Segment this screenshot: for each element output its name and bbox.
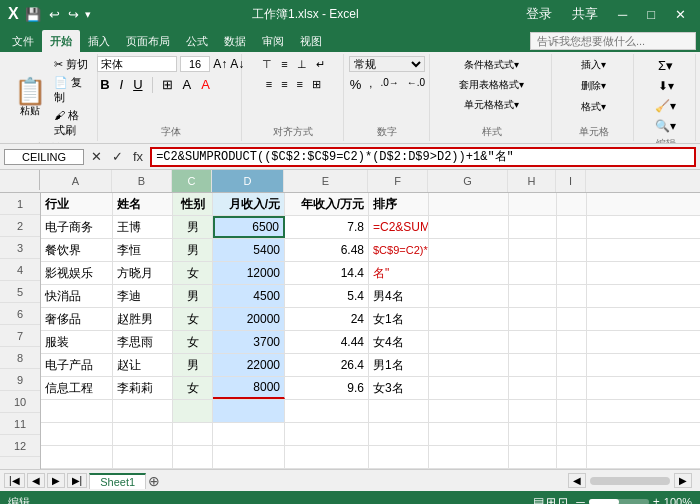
cell-c11[interactable] (173, 423, 213, 445)
cell-i4[interactable] (557, 262, 587, 284)
name-box[interactable] (4, 149, 84, 165)
cell-c6[interactable]: 女 (173, 308, 213, 330)
tab-pagelayout[interactable]: 页面布局 (118, 30, 178, 52)
sheet-nav-next[interactable]: ▶ (47, 473, 65, 488)
align-bottom-button[interactable]: ⊥ (294, 56, 310, 73)
cell-g10[interactable] (429, 400, 509, 422)
login-button[interactable]: 登录 (520, 3, 558, 25)
cell-h5[interactable] (509, 285, 557, 307)
cell-h7[interactable] (509, 331, 557, 353)
cell-b2[interactable]: 王博 (113, 216, 173, 238)
increase-decimal-button[interactable]: .0→ (377, 75, 401, 94)
cell-f12[interactable] (369, 446, 429, 468)
cell-a10[interactable] (41, 400, 113, 422)
cell-e8[interactable]: 26.4 (285, 354, 369, 376)
sheet-nav-first[interactable]: |◀ (4, 473, 25, 488)
cell-e2[interactable]: 7.8 (285, 216, 369, 238)
row-num-6[interactable]: 6 (0, 303, 40, 325)
cell-h10[interactable] (509, 400, 557, 422)
cell-f4[interactable]: 名" (369, 262, 429, 284)
paste-button[interactable]: 📋 粘贴 (10, 76, 50, 120)
cell-b3[interactable]: 李恒 (113, 239, 173, 261)
underline-button[interactable]: U (130, 75, 145, 94)
cancel-formula-icon[interactable]: ✕ (88, 148, 105, 165)
tab-review[interactable]: 审阅 (254, 30, 292, 52)
col-header-i[interactable]: I (556, 170, 586, 192)
find-button[interactable]: 🔍▾ (652, 117, 679, 135)
fill-color-button[interactable]: A (180, 75, 195, 94)
cell-b11[interactable] (113, 423, 173, 445)
cell-h4[interactable] (509, 262, 557, 284)
font-family-input[interactable] (97, 56, 177, 72)
clear-button[interactable]: 🧹▾ (652, 97, 679, 115)
row-num-4[interactable]: 4 (0, 259, 40, 281)
cell-b6[interactable]: 赵胜男 (113, 308, 173, 330)
cell-h3[interactable] (509, 239, 557, 261)
cell-d4[interactable]: 12000 (213, 262, 285, 284)
cell-d9[interactable]: 8000 (213, 377, 285, 399)
cell-c1[interactable]: 性别 (173, 193, 213, 215)
row-num-5[interactable]: 5 (0, 281, 40, 303)
cell-f6[interactable]: 女1名 (369, 308, 429, 330)
cell-a7[interactable]: 服装 (41, 331, 113, 353)
maximize-button[interactable]: □ (641, 5, 661, 24)
col-header-a[interactable]: A (40, 170, 112, 192)
add-sheet-button[interactable]: ⊕ (148, 473, 160, 489)
cell-g8[interactable] (429, 354, 509, 376)
tab-home[interactable]: 开始 (42, 30, 80, 52)
cell-a8[interactable]: 电子产品 (41, 354, 113, 376)
cell-i9[interactable] (557, 377, 587, 399)
cell-e1[interactable]: 年收入/万元 (285, 193, 369, 215)
cell-f7[interactable]: 女4名 (369, 331, 429, 353)
sheet-tab-sheet1[interactable]: Sheet1 (89, 473, 146, 489)
cell-f9[interactable]: 女3名 (369, 377, 429, 399)
cell-h2[interactable] (509, 216, 557, 238)
quick-access-redo[interactable]: ↪ (66, 7, 81, 22)
quick-access-save[interactable]: 💾 (23, 7, 43, 22)
cell-b4[interactable]: 方晓月 (113, 262, 173, 284)
insert-cells-button[interactable]: 插入▾ (578, 56, 609, 74)
cell-a3[interactable]: 餐饮界 (41, 239, 113, 261)
cell-b9[interactable]: 李莉莉 (113, 377, 173, 399)
cell-g3[interactable] (429, 239, 509, 261)
cell-g12[interactable] (429, 446, 509, 468)
cell-a1[interactable]: 行业 (41, 193, 113, 215)
scroll-right[interactable]: ▶ (674, 473, 692, 488)
cell-d1[interactable]: 月收入/元 (213, 193, 285, 215)
decrease-decimal-button[interactable]: ←.0 (404, 75, 428, 94)
insert-function-icon[interactable]: fx (130, 148, 146, 165)
cell-h1[interactable] (509, 193, 557, 215)
cell-g6[interactable] (429, 308, 509, 330)
row-num-8[interactable]: 8 (0, 347, 40, 369)
cell-e6[interactable]: 24 (285, 308, 369, 330)
border-button[interactable]: ⊞ (159, 75, 176, 94)
row-num-7[interactable]: 7 (0, 325, 40, 347)
cell-h12[interactable] (509, 446, 557, 468)
tab-insert[interactable]: 插入 (80, 30, 118, 52)
cell-c4[interactable]: 女 (173, 262, 213, 284)
zoom-slider[interactable] (589, 499, 649, 504)
font-size-up-icon[interactable]: A↑ (213, 57, 227, 71)
cell-c2[interactable]: 男 (173, 216, 213, 238)
format-painter-button[interactable]: 🖌 格式刷 (52, 107, 91, 139)
cell-i2[interactable] (557, 216, 587, 238)
cell-i1[interactable] (557, 193, 587, 215)
cell-i8[interactable] (557, 354, 587, 376)
sheet-nav-last[interactable]: ▶| (67, 473, 88, 488)
cell-d8[interactable]: 22000 (213, 354, 285, 376)
row-num-12[interactable]: 12 (0, 435, 40, 457)
cell-d11[interactable] (213, 423, 285, 445)
align-top-button[interactable]: ⊤ (259, 56, 275, 73)
cell-d3[interactable]: 5400 (213, 239, 285, 261)
font-size-input[interactable] (180, 56, 210, 72)
normal-view-button[interactable]: ▤ (533, 495, 544, 504)
align-center-button[interactable]: ≡ (278, 76, 290, 93)
cut-button[interactable]: ✂ 剪切 (52, 56, 91, 73)
zoom-in-button[interactable]: + (653, 495, 660, 504)
cell-e4[interactable]: 14.4 (285, 262, 369, 284)
share-button[interactable]: 共享 (566, 3, 604, 25)
cell-c3[interactable]: 男 (173, 239, 213, 261)
tab-data[interactable]: 数据 (216, 30, 254, 52)
quick-access-undo[interactable]: ↩ (47, 7, 62, 22)
cell-f10[interactable] (369, 400, 429, 422)
